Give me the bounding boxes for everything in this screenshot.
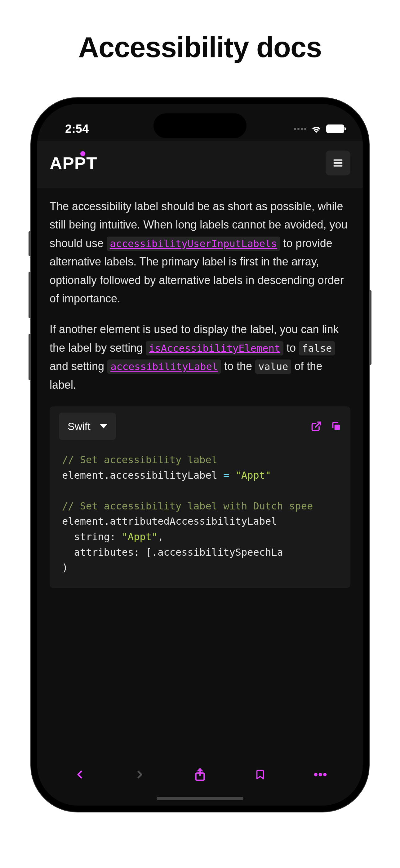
code-line: string: bbox=[62, 531, 122, 542]
phone-frame: 2:54 APPT bbox=[31, 98, 369, 812]
svg-point-8 bbox=[323, 773, 327, 776]
logo-text: APPT bbox=[49, 153, 97, 173]
more-button[interactable] bbox=[311, 765, 330, 784]
menu-button[interactable] bbox=[326, 151, 351, 176]
svg-point-7 bbox=[319, 773, 322, 776]
copy-button[interactable] bbox=[331, 421, 341, 431]
phone-silent-switch bbox=[29, 231, 31, 256]
phone-screen: 2:54 APPT bbox=[37, 104, 363, 806]
bookmark-icon bbox=[255, 768, 266, 781]
code-op: = bbox=[223, 469, 229, 481]
code-body[interactable]: // Set accessibility label element.acces… bbox=[49, 446, 351, 588]
chevron-left-icon bbox=[73, 768, 86, 781]
language-selector[interactable]: Swift bbox=[59, 412, 116, 440]
cellular-icon bbox=[294, 128, 306, 130]
status-time: 2:54 bbox=[65, 122, 89, 136]
text: to bbox=[284, 341, 299, 354]
phone-volume-up bbox=[29, 272, 31, 318]
language-label: Swift bbox=[68, 417, 91, 435]
code-block: Swift bbox=[49, 406, 351, 588]
code-line bbox=[229, 469, 235, 481]
code-toolbar: Swift bbox=[49, 406, 351, 446]
code-link-isAccessibilityElement[interactable]: isAccessibilityElement bbox=[146, 341, 284, 355]
forward-button[interactable] bbox=[131, 765, 149, 784]
text: to the bbox=[221, 360, 255, 373]
code-line: ) bbox=[62, 562, 68, 574]
text: and setting bbox=[49, 360, 107, 373]
code-string: "Appt" bbox=[122, 531, 158, 542]
share-icon bbox=[194, 768, 206, 781]
code-link-accessibilityUserInputLabels[interactable]: accessibilityUserInputLabels bbox=[107, 237, 280, 251]
wifi-icon bbox=[311, 125, 322, 133]
code-line: element.accessibilityLabel bbox=[62, 469, 223, 481]
logo-dot-icon bbox=[80, 151, 85, 156]
open-external-button[interactable] bbox=[311, 421, 322, 432]
code-link-accessibilityLabel[interactable]: accessibilityLabel bbox=[107, 360, 221, 374]
more-horizontal-icon bbox=[313, 773, 327, 776]
paragraph-2: If another element is used to display th… bbox=[49, 320, 351, 394]
code-line: attributes: [.accessibilitySpeechLa bbox=[62, 547, 283, 558]
code-line: element.attributedAccessibilityLabel bbox=[62, 515, 277, 527]
dynamic-island bbox=[154, 113, 246, 138]
svg-point-6 bbox=[314, 773, 318, 776]
phone-volume-down bbox=[29, 334, 31, 380]
code-false: false bbox=[299, 341, 335, 355]
code-comment: // Set accessibility label with Dutch sp… bbox=[62, 500, 313, 512]
external-link-icon bbox=[311, 421, 322, 432]
code-line: , bbox=[158, 531, 163, 542]
app-logo[interactable]: APPT bbox=[49, 153, 97, 173]
paragraph-1: The accessibility label should be as sho… bbox=[49, 197, 351, 308]
svg-line-3 bbox=[315, 422, 321, 427]
back-button[interactable] bbox=[70, 765, 89, 784]
hamburger-icon bbox=[332, 157, 344, 169]
code-comment: // Set accessibility label bbox=[62, 454, 218, 466]
code-actions bbox=[311, 421, 341, 432]
code-value: value bbox=[255, 360, 291, 374]
page-title: Accessibility docs bbox=[0, 0, 400, 64]
share-button[interactable] bbox=[191, 765, 209, 784]
battery-icon bbox=[326, 124, 344, 133]
status-icons bbox=[294, 124, 344, 133]
chevron-right-icon bbox=[134, 768, 146, 781]
code-string: "Appt" bbox=[235, 469, 271, 481]
copy-icon bbox=[331, 421, 341, 431]
phone-power-button bbox=[369, 290, 371, 365]
home-indicator[interactable] bbox=[157, 797, 243, 800]
svg-rect-4 bbox=[335, 425, 340, 430]
bookmark-button[interactable] bbox=[251, 765, 269, 784]
chevron-down-icon bbox=[100, 424, 107, 428]
main-content: The accessibility label should be as sho… bbox=[37, 188, 363, 597]
app-header: APPT bbox=[37, 141, 363, 188]
